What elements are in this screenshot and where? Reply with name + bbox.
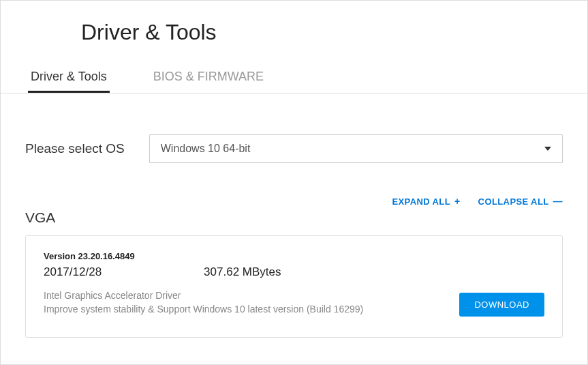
actions-row: EXPAND ALL + COLLAPSE ALL — <box>1 163 587 207</box>
driver-description: Intel Graphics Accelerator Driver Improv… <box>44 289 459 317</box>
driver-card: Version 23.20.16.4849 2017/12/28 307.62 … <box>25 235 563 338</box>
driver-version: Version 23.20.16.4849 <box>44 251 459 261</box>
os-label: Please select OS <box>25 141 125 156</box>
tab-driver-tools[interactable]: Driver & Tools <box>28 64 110 93</box>
download-button[interactable]: DOWNLOAD <box>459 293 544 317</box>
driver-info: Version 23.20.16.4849 2017/12/28 307.62 … <box>44 251 459 317</box>
page-title: Driver & Tools <box>81 20 587 45</box>
tabs: Driver & Tools BIOS & FIRMWARE <box>1 64 587 93</box>
driver-meta: 2017/12/28 307.62 MBytes <box>44 265 459 279</box>
expand-all-label: EXPAND ALL <box>392 196 450 207</box>
minus-icon: — <box>553 196 563 207</box>
tab-bios-firmware[interactable]: BIOS & FIRMWARE <box>151 64 266 93</box>
page-container: Driver & Tools Driver & Tools BIOS & FIR… <box>1 1 587 338</box>
collapse-all-label: COLLAPSE ALL <box>478 196 549 207</box>
plus-icon: + <box>454 196 461 207</box>
expand-all-button[interactable]: EXPAND ALL + <box>392 196 460 207</box>
driver-desc-line2: Improve system stability & Support Windo… <box>44 302 459 316</box>
driver-size: 307.62 MBytes <box>204 265 281 279</box>
os-select[interactable]: Windows 10 64-bit <box>149 134 563 163</box>
chevron-down-icon <box>544 147 551 151</box>
driver-desc-line1: Intel Graphics Accelerator Driver <box>44 289 459 302</box>
os-selected-value: Windows 10 64-bit <box>161 143 251 155</box>
collapse-all-button[interactable]: COLLAPSE ALL — <box>478 196 563 207</box>
header: Driver & Tools <box>1 1 587 52</box>
os-row: Please select OS Windows 10 64-bit <box>1 93 587 163</box>
section-title: VGA <box>1 207 587 226</box>
driver-date: 2017/12/28 <box>44 265 102 279</box>
